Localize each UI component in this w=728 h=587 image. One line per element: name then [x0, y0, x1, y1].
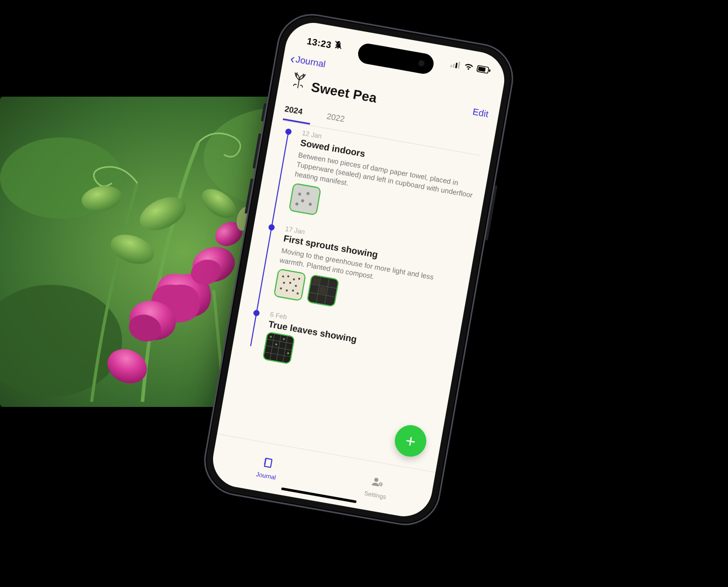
svg-rect-18 — [450, 65, 452, 67]
plant-icon — [288, 70, 310, 92]
settings-icon — [370, 475, 385, 490]
phone-screen: 13:23 ‹ — [209, 18, 509, 521]
timeline: 12 Jan Sowed indoors Between two pieces … — [229, 125, 480, 459]
svg-rect-19 — [453, 64, 455, 68]
entry-thumbnail[interactable] — [288, 183, 322, 216]
phone-mockup: 13:23 ‹ — [198, 8, 519, 531]
svg-rect-31 — [275, 270, 305, 300]
wifi-icon — [463, 63, 475, 73]
edit-button[interactable]: Edit — [472, 106, 489, 120]
timeline-dot — [253, 310, 260, 317]
svg-rect-25 — [289, 184, 320, 214]
page-title: Sweet Pea — [310, 79, 378, 106]
tabbar-settings[interactable]: Settings — [318, 453, 435, 520]
status-time: 13:23 — [306, 35, 343, 53]
tab-2024[interactable]: 2024 — [283, 100, 313, 125]
timeline-dot — [268, 224, 275, 231]
tabbar-journal[interactable]: Journal — [209, 434, 326, 502]
plus-icon: + — [404, 430, 417, 452]
svg-rect-24 — [489, 69, 490, 72]
svg-rect-49 — [319, 287, 327, 295]
tab-2022[interactable]: 2022 — [325, 108, 355, 131]
entry-thumbnail[interactable] — [306, 274, 339, 307]
svg-point-61 — [374, 477, 378, 482]
tabbar-label: Journal — [255, 471, 276, 481]
timeline-entry[interactable]: 17 Jan First sprouts showing Moving to t… — [252, 221, 463, 328]
tabbar-label: Settings — [364, 489, 387, 500]
svg-rect-21 — [458, 62, 460, 69]
entry-thumbnail[interactable] — [273, 269, 306, 302]
cellular-icon — [450, 60, 461, 71]
svg-rect-48 — [312, 277, 319, 284]
mute-icon — [332, 40, 343, 53]
svg-rect-20 — [455, 63, 458, 68]
journal-icon — [261, 456, 275, 472]
svg-rect-23 — [478, 67, 485, 72]
entry-thumbnail[interactable] — [262, 332, 295, 365]
battery-icon — [476, 65, 491, 76]
timeline-dot — [285, 128, 292, 135]
